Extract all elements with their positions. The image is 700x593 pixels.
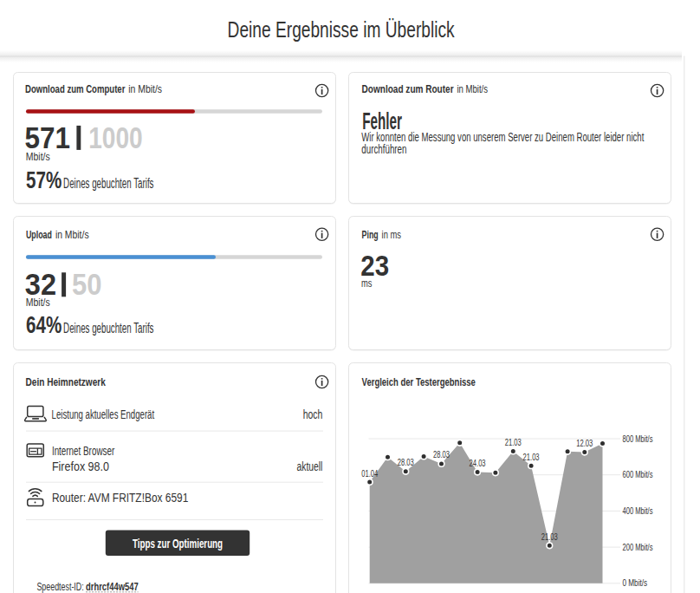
svg-text:Mbit/s: Mbit/s	[26, 296, 50, 309]
svg-text:64%: 64%	[26, 312, 62, 338]
svg-text:800 Mbit/s: 800 Mbit/s	[623, 434, 653, 444]
svg-text:1000: 1000	[88, 121, 143, 154]
svg-text:in Mbit/s: in Mbit/s	[128, 82, 162, 95]
svg-text:Download zum Computer: Download zum Computer	[25, 82, 126, 95]
svg-text:Deines gebuchten Tarifs: Deines gebuchten Tarifs	[63, 176, 153, 191]
svg-text:Speedtest-ID:: Speedtest-ID:	[36, 581, 83, 593]
svg-text:Upload: Upload	[26, 228, 52, 241]
svg-text:21.03: 21.03	[541, 532, 558, 542]
svg-text:200 Mbit/s: 200 Mbit/s	[623, 543, 653, 552]
svg-text:Ping: Ping	[362, 228, 379, 241]
svg-text:28.03: 28.03	[398, 458, 414, 467]
svg-text:12.03: 12.03	[576, 439, 593, 448]
svg-text:drhrcf44w547: drhrcf44w547	[86, 581, 139, 593]
svg-text:21.03: 21.03	[505, 438, 522, 447]
svg-text:21.03: 21.03	[523, 453, 540, 462]
svg-text:57%: 57%	[26, 167, 62, 193]
svg-text:400 Mbit/s: 400 Mbit/s	[623, 506, 653, 516]
svg-text:Router: AVM FRITZ!Box 6591: Router: AVM FRITZ!Box 6591	[52, 491, 189, 505]
svg-text:Internet Browser: Internet Browser	[52, 444, 115, 458]
svg-text:in Mbit/s: in Mbit/s	[55, 228, 89, 241]
svg-text:hoch: hoch	[303, 407, 323, 421]
svg-text:571: 571	[25, 121, 71, 154]
svg-text:Deine Ergebnisse im Überblick: Deine Ergebnisse im Überblick	[228, 17, 455, 42]
svg-text:600 Mbit/s: 600 Mbit/s	[623, 470, 653, 479]
svg-text:in ms: in ms	[382, 228, 401, 241]
svg-text:28.03: 28.03	[433, 450, 450, 459]
svg-text:50: 50	[72, 267, 102, 301]
svg-text:aktuell: aktuell	[297, 459, 323, 473]
svg-text:24.03: 24.03	[470, 459, 486, 468]
svg-text:0 Mbit/s: 0 Mbit/s	[623, 578, 648, 588]
svg-text:Vergleich der Testergebnisse: Vergleich der Testergebnisse	[362, 375, 476, 388]
svg-text:Firefox 98.0: Firefox 98.0	[52, 459, 109, 473]
svg-text:ms: ms	[361, 277, 372, 290]
svg-text:Dein Heimnetzwerk: Dein Heimnetzwerk	[26, 375, 107, 388]
svg-text:Download zum Router: Download zum Router	[362, 82, 455, 95]
svg-text:01.04: 01.04	[361, 469, 378, 479]
svg-text:Tipps zur Optimierung: Tipps zur Optimierung	[133, 537, 223, 551]
svg-text:Leistung aktuelles Endgerät: Leistung aktuelles Endgerät	[52, 407, 155, 421]
svg-text:in Mbit/s: in Mbit/s	[457, 82, 488, 95]
svg-text:Deines gebuchten Tarifs: Deines gebuchten Tarifs	[63, 321, 153, 336]
svg-text:Mbit/s: Mbit/s	[26, 151, 50, 163]
svg-text:durchführen: durchführen	[361, 142, 406, 156]
